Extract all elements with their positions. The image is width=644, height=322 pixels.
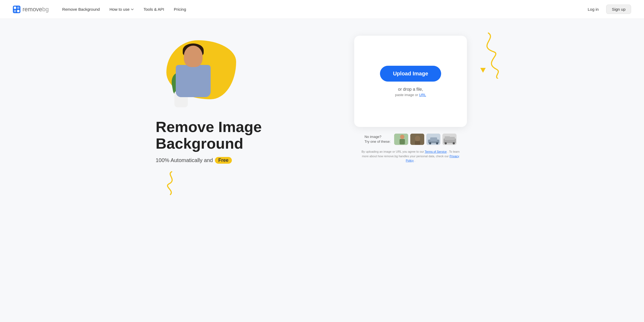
nav-links: Remove Background How to use Tools & API…: [58, 5, 583, 14]
sample-thumbs: [394, 133, 457, 145]
hero-illustration: [156, 35, 247, 110]
sample-thumb-animal[interactable]: [410, 133, 425, 145]
chevron-down-icon: [131, 8, 134, 11]
person-body: [169, 46, 217, 110]
svg-point-21: [445, 142, 447, 144]
svg-rect-19: [445, 136, 450, 140]
nav-actions: Log in Sign up: [583, 5, 631, 14]
svg-rect-11: [415, 141, 420, 145]
svg-point-7: [400, 135, 404, 139]
squiggle-top-right-icon: [472, 30, 504, 79]
login-button[interactable]: Log in: [583, 5, 603, 14]
free-badge: Free: [215, 157, 232, 164]
sample-thumb-car[interactable]: [426, 133, 441, 145]
nav-tools-api[interactable]: Tools & API: [140, 5, 168, 14]
drop-text: or drop a file,: [398, 87, 423, 92]
squiggle-bottom-left-icon: [161, 169, 182, 196]
svg-rect-14: [430, 137, 437, 141]
sample-images-row: No image? Try one of these:: [364, 133, 456, 145]
hero-subtitle: 100% Automatically and Free: [156, 157, 232, 164]
svg-point-15: [429, 142, 431, 144]
svg-rect-3: [14, 10, 16, 12]
sample-label: No image? Try one of these:: [364, 134, 390, 144]
paste-text: paste image or URL: [395, 93, 426, 97]
tos-text: By uploading an image or URL you agree t…: [360, 149, 462, 163]
svg-point-22: [453, 142, 455, 144]
nav-how-to-use[interactable]: How to use: [106, 5, 138, 14]
svg-rect-8: [400, 139, 405, 144]
nav-remove-background[interactable]: Remove Background: [58, 5, 104, 14]
terms-link[interactable]: Terms of Service: [425, 150, 447, 153]
svg-rect-2: [17, 6, 20, 9]
signup-button[interactable]: Sign up: [606, 5, 631, 14]
hero-right: Upload Image or drop a file, paste image…: [333, 36, 488, 163]
sample-thumb-person[interactable]: [394, 133, 408, 145]
nav-pricing[interactable]: Pricing: [170, 5, 190, 14]
person-illustration: [169, 46, 217, 110]
svg-rect-4: [17, 10, 20, 12]
upload-image-button[interactable]: Upload Image: [380, 66, 441, 82]
navbar: removebg Remove Background How to use To…: [0, 0, 644, 19]
svg-marker-5: [480, 68, 486, 73]
svg-point-16: [436, 142, 438, 144]
upload-card: Upload Image or drop a file, paste image…: [354, 36, 467, 127]
person-shirt: [176, 65, 211, 97]
svg-rect-20: [450, 137, 455, 140]
logo-link[interactable]: removebg: [13, 6, 49, 13]
logo-icon: [13, 6, 20, 13]
hero-title: Remove Image Background: [156, 119, 262, 152]
hero-left: Remove Image Background 100% Automatical…: [156, 35, 311, 164]
person-head: [184, 46, 203, 67]
sample-thumb-vehicle[interactable]: [442, 133, 457, 145]
svg-point-10: [415, 136, 420, 141]
logo-text: removebg: [23, 6, 49, 13]
hero-section: Remove Image Background 100% Automatical…: [134, 19, 510, 174]
url-link[interactable]: URL: [419, 93, 426, 97]
svg-rect-1: [14, 6, 16, 9]
